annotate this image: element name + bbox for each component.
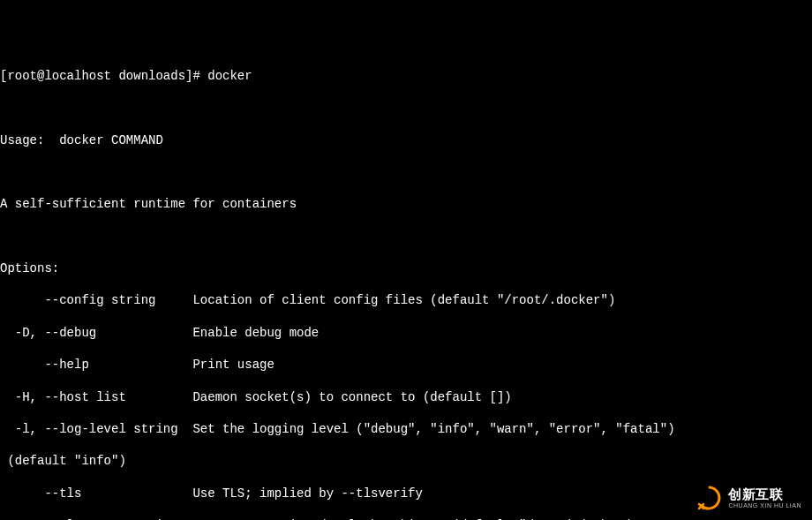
usage-line: Usage: docker COMMAND bbox=[0, 132, 812, 148]
option-flag: -l, --log-level string bbox=[0, 422, 192, 436]
watermark-cn: 创新互联 bbox=[728, 487, 801, 501]
watermark: 创新互联 CHUANG XIN HU LIAN bbox=[696, 485, 801, 511]
option-flag: --help bbox=[0, 358, 192, 372]
option-flag: --config string bbox=[0, 293, 192, 307]
option-log-level-wrap: (default "info") bbox=[0, 453, 812, 469]
option-desc: Location of client config files (default… bbox=[192, 293, 615, 307]
option-desc: Print usage bbox=[192, 358, 274, 372]
blank-line bbox=[0, 164, 812, 180]
option-desc: Use TLS; implied by --tlsverify bbox=[192, 486, 422, 501]
options-header: Options: bbox=[0, 260, 812, 276]
blank-line bbox=[0, 100, 812, 116]
option-desc: Set the logging level ("debug", "info", … bbox=[192, 422, 674, 436]
option-desc: Enable debug mode bbox=[192, 326, 319, 340]
option-log-level: -l, --log-level string Set the logging l… bbox=[0, 421, 812, 437]
blank-line bbox=[0, 229, 812, 245]
watermark-text: 创新互联 CHUANG XIN HU LIAN bbox=[728, 487, 801, 509]
shell-prompt[interactable]: [root@localhost downloads]# docker bbox=[0, 68, 812, 84]
option-config: --config string Location of client confi… bbox=[0, 292, 812, 308]
option-help: --help Print usage bbox=[0, 357, 812, 373]
option-debug: -D, --debug Enable debug mode bbox=[0, 325, 812, 341]
option-flag: -D, --debug bbox=[0, 326, 192, 340]
option-flag: --tls bbox=[0, 486, 192, 501]
option-tls: --tls Use TLS; implied by --tlsverify bbox=[0, 486, 812, 501]
option-flag: -H, --host list bbox=[0, 390, 192, 404]
option-host: -H, --host list Daemon socket(s) to conn… bbox=[0, 389, 812, 405]
watermark-en: CHUANG XIN HU LIAN bbox=[728, 502, 801, 509]
option-desc: Daemon socket(s) to connect to (default … bbox=[192, 390, 511, 404]
watermark-logo-icon bbox=[696, 485, 723, 511]
description-line: A self-sufficient runtime for containers bbox=[0, 196, 812, 212]
